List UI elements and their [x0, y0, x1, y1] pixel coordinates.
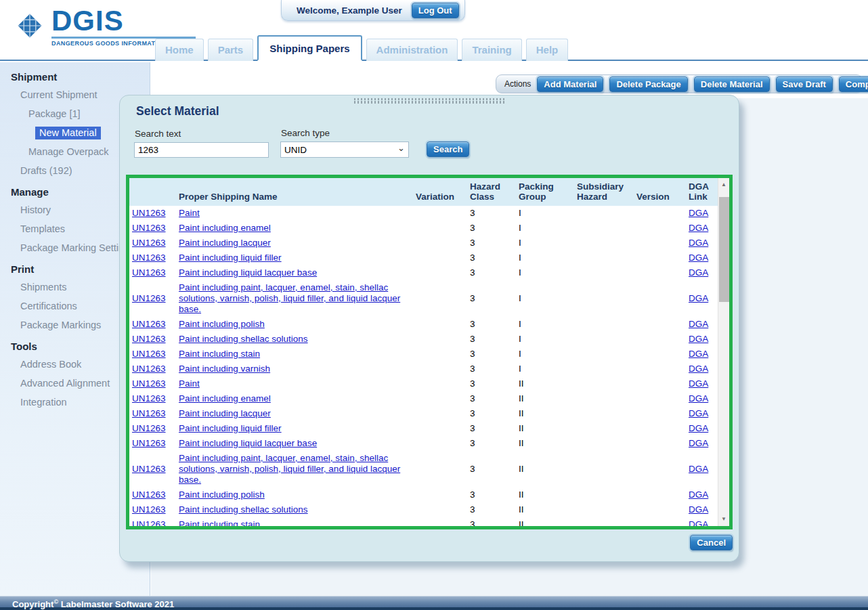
action-button[interactable]: Add Material — [537, 77, 603, 92]
sidebar-entry-label: Print — [11, 263, 34, 275]
search-button[interactable]: Search — [427, 141, 469, 157]
proper-shipping-name-link[interactable]: Paint including lacquer — [179, 408, 271, 418]
dga-link[interactable]: DGA — [689, 378, 708, 389]
nav-tab[interactable]: Shipping Papers — [257, 35, 362, 61]
scrollbar-up-arrow-icon[interactable]: ▲ — [718, 179, 729, 190]
un-number-link[interactable]: UN1263 — [132, 267, 166, 278]
un-number-link[interactable]: UN1263 — [132, 334, 166, 344]
dga-link[interactable]: DGA — [689, 408, 708, 418]
dga-link-cell: DGA — [686, 421, 718, 436]
action-button[interactable]: Delete Package — [609, 77, 687, 92]
proper-shipping-name-link[interactable]: Paint including shellac solutions — [179, 504, 308, 515]
dga-link[interactable]: DGA — [689, 393, 708, 404]
dga-link[interactable]: DGA — [689, 349, 708, 359]
dga-link[interactable]: DGA — [689, 208, 708, 218]
proper-shipping-name-link[interactable]: Paint including liquid filler — [179, 253, 282, 263]
scrollbar-down-arrow-icon[interactable]: ▼ — [718, 514, 729, 525]
dga-link[interactable]: DGA — [689, 334, 708, 344]
hazard-class-cell: 3 — [467, 236, 516, 250]
table-row: UN1263 Paint including polish 3 I DGA — [129, 317, 718, 332]
packing-group-cell: I — [516, 362, 574, 376]
proper-shipping-name-link[interactable]: Paint including varnish — [179, 364, 270, 374]
un-number-link[interactable]: UN1263 — [132, 489, 166, 500]
un-number-link[interactable]: UN1263 — [132, 519, 166, 526]
nav-tab[interactable]: Home — [155, 39, 204, 61]
proper-shipping-name-link[interactable]: Paint including paint, lacquer, enamel, … — [179, 453, 400, 485]
logout-button[interactable]: Log Out — [412, 3, 459, 18]
proper-shipping-name-link[interactable]: Paint including stain — [179, 349, 260, 359]
variation-cell — [413, 406, 467, 421]
un-number-link[interactable]: UN1263 — [132, 253, 166, 263]
nav-tab[interactable]: Parts — [208, 39, 254, 61]
dga-link[interactable]: DGA — [689, 464, 708, 474]
cancel-button[interactable]: Cancel — [690, 535, 733, 550]
logo-title: DGIS — [51, 7, 196, 35]
un-number-link[interactable]: UN1263 — [132, 408, 166, 418]
proper-shipping-name-link[interactable]: Paint including shellac solutions — [179, 334, 308, 344]
packing-group-cell: I — [516, 317, 574, 332]
un-number-link[interactable]: UN1263 — [132, 423, 166, 433]
subsidiary-hazard-cell — [574, 376, 634, 391]
version-cell — [634, 451, 686, 487]
proper-shipping-name-link[interactable]: Paint — [179, 378, 200, 389]
proper-shipping-name-link[interactable]: Paint including polish — [179, 319, 265, 329]
hazard-class-cell: 3 — [467, 487, 516, 502]
action-button[interactable]: Complete — [839, 77, 868, 92]
dga-link-cell: DGA — [686, 517, 718, 526]
dga-link[interactable]: DGA — [689, 438, 708, 448]
proper-shipping-name-link[interactable]: Paint including liquid lacquer base — [179, 267, 317, 278]
search-type-label: Search type — [281, 128, 409, 138]
hazard-class-cell: 3 — [467, 347, 516, 362]
dga-link[interactable]: DGA — [689, 293, 708, 303]
dga-link[interactable]: DGA — [689, 223, 708, 233]
dga-link[interactable]: DGA — [689, 423, 708, 433]
un-number-link[interactable]: UN1263 — [132, 349, 166, 359]
un-number-link[interactable]: UN1263 — [132, 378, 166, 389]
search-type-select[interactable]: UNID — [280, 141, 409, 158]
proper-shipping-name-link[interactable]: Paint — [179, 208, 200, 218]
table-scrollbar[interactable]: ▲ ▼ — [718, 178, 729, 526]
action-button[interactable]: Delete Material — [694, 77, 770, 92]
un-number-link[interactable]: UN1263 — [132, 393, 166, 404]
proper-shipping-name-cell: Paint including lacquer — [176, 236, 413, 250]
sidebar-entry-label: Package Marking Settings — [20, 242, 134, 253]
nav-tab[interactable]: Training — [462, 39, 521, 61]
scrollbar-thumb[interactable] — [719, 197, 729, 302]
proper-shipping-name-link[interactable]: Paint including paint, lacquer, enamel, … — [179, 282, 400, 314]
dga-link[interactable]: DGA — [689, 253, 708, 263]
dga-link[interactable]: DGA — [689, 364, 708, 374]
dga-link[interactable]: DGA — [689, 519, 708, 526]
proper-shipping-name-link[interactable]: Paint including liquid lacquer base — [179, 438, 317, 448]
proper-shipping-name-link[interactable]: Paint including enamel — [179, 393, 271, 404]
sidebar-entry[interactable]: Shipment — [0, 65, 150, 85]
un-number-link[interactable]: UN1263 — [132, 319, 166, 329]
nav-tab[interactable]: Administration — [366, 39, 458, 61]
dga-link[interactable]: DGA — [689, 319, 708, 329]
proper-shipping-name-link[interactable]: Paint including polish — [179, 489, 265, 500]
un-number-link[interactable]: UN1263 — [132, 438, 166, 448]
version-cell — [634, 236, 686, 250]
un-number-link[interactable]: UN1263 — [132, 364, 166, 374]
action-button[interactable]: Save Draft — [776, 77, 833, 92]
dialog-drag-handle-icon[interactable] — [354, 98, 504, 104]
dga-link[interactable]: DGA — [689, 489, 708, 500]
version-cell — [634, 347, 686, 362]
version-cell — [634, 421, 686, 436]
dga-link[interactable]: DGA — [689, 504, 708, 515]
un-number-link[interactable]: UN1263 — [132, 208, 166, 218]
proper-shipping-name-link[interactable]: Paint including lacquer — [179, 238, 271, 248]
search-text-input[interactable] — [134, 142, 269, 158]
nav-tab[interactable]: Help — [526, 39, 569, 61]
proper-shipping-name-link[interactable]: Paint including enamel — [179, 223, 271, 233]
dga-link[interactable]: DGA — [689, 238, 708, 248]
table-row: UN1263 Paint including paint, lacquer, e… — [129, 280, 718, 317]
un-number-link[interactable]: UN1263 — [132, 223, 166, 233]
un-number-link[interactable]: UN1263 — [132, 504, 166, 515]
un-number-link[interactable]: UN1263 — [132, 238, 166, 248]
proper-shipping-name-link[interactable]: Paint including stain — [179, 519, 260, 526]
un-number-link[interactable]: UN1263 — [132, 293, 166, 303]
dga-link[interactable]: DGA — [689, 267, 708, 278]
un-number-link[interactable]: UN1263 — [132, 464, 166, 474]
packing-group-cell: I — [516, 221, 574, 236]
proper-shipping-name-link[interactable]: Paint including liquid filler — [179, 423, 282, 433]
